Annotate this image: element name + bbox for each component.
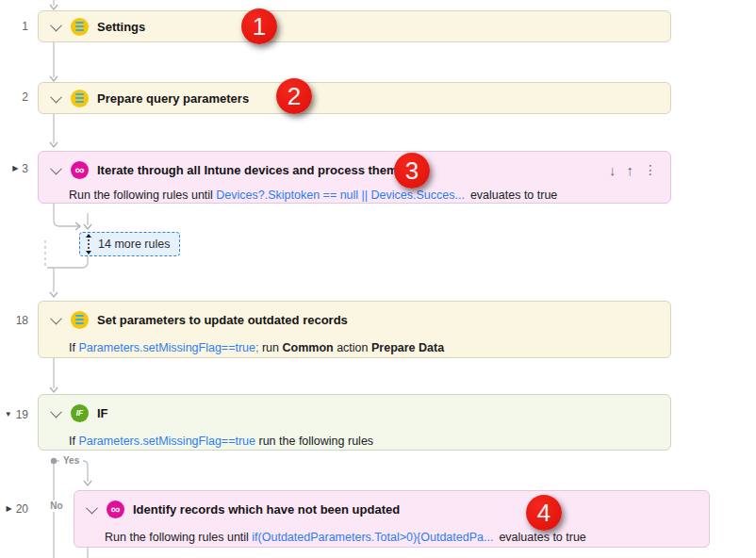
collapse-chevron-icon[interactable] xyxy=(50,312,62,324)
row-number: 19 xyxy=(16,408,28,421)
expression-link[interactable]: Parameters.setMissingFlag==true xyxy=(78,435,255,448)
expand-triangle-icon[interactable]: ▶ xyxy=(6,502,11,516)
row-number: 18 xyxy=(16,314,28,327)
gutter-row-3: ▶ 3 xyxy=(0,162,28,175)
rule-row-if[interactable]: IF IF If Parameters.setMissingFlag==true… xyxy=(38,394,671,451)
drag-handle-icon[interactable] xyxy=(86,234,91,254)
branch-yes-label: Yes xyxy=(59,455,83,467)
rule-row-settings[interactable]: Settings xyxy=(38,10,671,42)
expand-triangle-icon[interactable]: ▶ xyxy=(12,162,18,175)
rule-title: IF xyxy=(97,406,108,420)
more-rules-chip[interactable]: 14 more rules xyxy=(79,232,180,256)
action-group-name: Common xyxy=(283,341,334,354)
move-down-icon[interactable]: ↓ xyxy=(609,163,616,177)
rule-title: Identify records which have not been upd… xyxy=(133,502,400,517)
rule-row-identify-records[interactable]: ∞ Identify records which have not been u… xyxy=(74,490,710,548)
gutter-row-20: ▶ 20 xyxy=(0,502,28,516)
subtitle-text: run the following rules xyxy=(255,435,373,448)
subtitle-text: If xyxy=(69,341,78,354)
subtitle-text: Run the following rules until xyxy=(69,189,216,202)
collapse-chevron-icon[interactable] xyxy=(50,162,62,174)
collapse-chevron-icon[interactable] xyxy=(86,501,98,514)
row-number: 1 xyxy=(22,20,28,33)
more-rules-label: 14 more rules xyxy=(98,238,170,251)
subtitle-text: Run the following rules until xyxy=(105,531,252,544)
rule-title: Iterate through all Intune devices and p… xyxy=(97,163,398,177)
loop-infinity-icon: ∞ xyxy=(71,161,89,179)
subtitle-text: evaluates to true xyxy=(470,189,557,202)
gutter-row-2: 2 xyxy=(0,90,28,104)
action-list-icon xyxy=(71,18,89,36)
rule-title: Settings xyxy=(97,20,145,34)
row-number: 2 xyxy=(22,90,28,104)
annotation-badge-1: 1 xyxy=(241,8,277,44)
rule-row-iterate-devices[interactable]: ∞ Iterate through all Intune devices and… xyxy=(38,151,671,204)
gutter-row-18: 18 xyxy=(0,314,28,327)
gutter-row-1: 1 xyxy=(0,20,28,33)
annotation-badge-2: 2 xyxy=(276,78,312,114)
collapse-chevron-icon[interactable] xyxy=(50,19,62,31)
collapse-chevron-icon[interactable] xyxy=(50,90,62,103)
subtitle-text: run xyxy=(258,341,282,354)
action-name: Prepare Data xyxy=(371,341,444,354)
row-number: 20 xyxy=(16,502,28,516)
collapse-triangle-icon[interactable]: ▼ xyxy=(5,408,12,421)
workflow-rules-canvas: 1 2 ▶ 3 18 ▼ 19 ▶ 20 Settings P xyxy=(0,0,756,558)
rule-row-prepare-query[interactable]: Prepare query parameters xyxy=(38,82,671,114)
row-number: 3 xyxy=(22,162,28,175)
expression-link[interactable]: Devices?.Skiptoken == null || Devices.Su… xyxy=(216,189,465,202)
rule-title: Set parameters to update outdated record… xyxy=(97,313,348,327)
expression-link[interactable]: if(OutdatedParameters.Total>0){OutdatedP… xyxy=(252,531,493,544)
annotation-badge-4: 4 xyxy=(526,495,562,531)
action-list-icon xyxy=(71,311,89,329)
gutter-row-19: ▼ 19 xyxy=(0,408,28,421)
branch-no-label: No xyxy=(42,501,71,512)
rule-row-set-parameters[interactable]: Set parameters to update outdated record… xyxy=(38,301,671,358)
kebab-menu-icon[interactable]: ⋮ xyxy=(644,163,657,176)
action-list-icon xyxy=(71,90,89,107)
annotation-badge-3: 3 xyxy=(394,153,430,189)
rule-subtitle: If Parameters.setMissingFlag==true; run … xyxy=(39,341,670,354)
rule-subtitle: If Parameters.setMissingFlag==true run t… xyxy=(39,435,670,448)
expression-link[interactable]: Parameters.setMissingFlag==true; xyxy=(78,341,258,354)
collapse-chevron-icon[interactable] xyxy=(50,405,62,418)
subtitle-text: If xyxy=(69,435,78,448)
subtitle-text: action xyxy=(334,341,371,354)
rule-subtitle: Run the following rules until Devices?.S… xyxy=(39,189,670,202)
if-condition-icon: IF xyxy=(71,404,89,422)
rule-title: Prepare query parameters xyxy=(97,91,249,106)
move-up-icon[interactable]: ↑ xyxy=(627,163,634,177)
loop-infinity-icon: ∞ xyxy=(107,501,124,518)
rule-subtitle: Run the following rules until if(Outdate… xyxy=(74,531,709,544)
subtitle-text: evaluates to true xyxy=(499,531,585,544)
